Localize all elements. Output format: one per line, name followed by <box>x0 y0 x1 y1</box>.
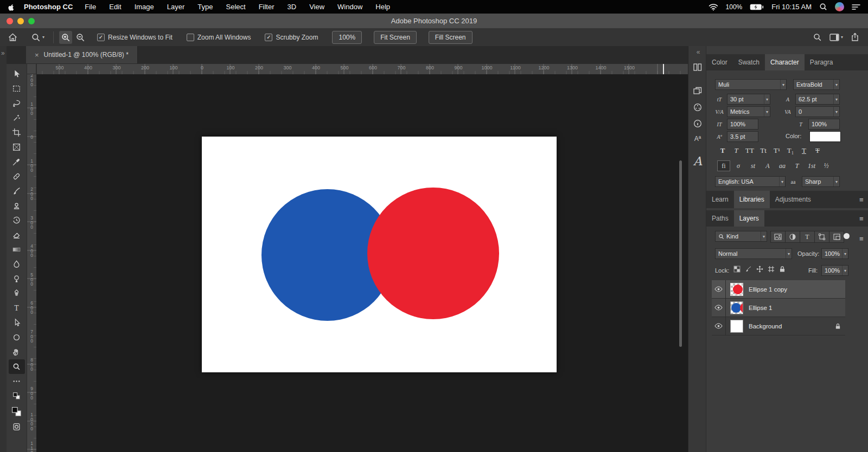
blur-tool[interactable] <box>9 257 25 272</box>
menu-item[interactable]: Image <box>135 3 154 11</box>
font-family-select[interactable]: Muli▾ <box>715 79 787 90</box>
layer-filtering-toggle[interactable] <box>844 233 850 239</box>
discretionary-ligatures-button[interactable]: st <box>746 160 760 171</box>
fit-screen-button[interactable]: Fit Screen <box>374 31 417 44</box>
menu-item[interactable]: Edit <box>109 3 121 11</box>
layer-name[interactable]: Ellipse 1 copy <box>749 286 787 293</box>
filter-smart-objects-icon[interactable] <box>829 231 844 243</box>
layer-name[interactable]: Background <box>749 323 782 330</box>
menu-item[interactable]: File <box>85 3 96 11</box>
opacity-input[interactable]: 100%▾ <box>821 248 848 259</box>
move-tool[interactable] <box>9 67 25 81</box>
default-colors-icon[interactable] <box>9 389 25 403</box>
faux-bold-button[interactable]: T <box>716 145 729 156</box>
layer-name[interactable]: Ellipse 1 <box>749 305 772 311</box>
tracking-select[interactable]: 0▾ <box>795 106 840 117</box>
tab-learn[interactable]: Learn <box>706 191 734 208</box>
filter-pixel-layers-icon[interactable] <box>770 231 786 243</box>
control-center-icon[interactable] <box>852 4 860 10</box>
quick-mask-button[interactable] <box>9 419 25 434</box>
search-icon[interactable] <box>813 33 822 42</box>
tab-color[interactable]: Color <box>706 54 733 70</box>
layer-row-ellipse-1[interactable]: Ellipse 1 <box>712 299 845 317</box>
wifi-icon[interactable] <box>709 3 718 11</box>
tab-layers[interactable]: Layers <box>734 210 764 227</box>
lock-all-icon[interactable] <box>779 266 786 273</box>
expand-toolbar-icon[interactable]: » <box>1 49 4 57</box>
panel-icon-info[interactable] <box>688 119 707 128</box>
filter-adjustment-layers-icon[interactable] <box>786 231 800 243</box>
layer-filter-kind-select[interactable]: Kind▾ <box>715 231 767 242</box>
menu-item[interactable]: View <box>309 3 324 11</box>
history-brush-tool[interactable] <box>9 213 25 228</box>
fill-input[interactable]: 100%▾ <box>821 265 848 276</box>
zoom-in-button[interactable] <box>59 31 72 44</box>
underline-button[interactable]: T <box>797 145 810 156</box>
panel-icon-character-styles[interactable]: Aª <box>688 135 707 143</box>
layers-filter-menu-icon[interactable]: ≡ <box>859 235 864 243</box>
close-tab-icon[interactable]: × <box>35 51 39 59</box>
panel-icon-navigator[interactable] <box>688 86 707 96</box>
object-selection-tool[interactable] <box>9 111 25 125</box>
ordinals-button[interactable]: 1st <box>805 160 818 171</box>
apple-menu-icon[interactable] <box>8 3 15 11</box>
menubar-app-name[interactable]: Photoshop CC <box>24 3 73 11</box>
titling-alternates-button[interactable]: T <box>790 160 803 171</box>
scrubby-zoom-checkbox[interactable]: ✓ Scrubby Zoom <box>265 34 318 41</box>
menubar-clock[interactable]: Fri 10:15 AM <box>771 3 812 11</box>
tab-paths[interactable]: Paths <box>706 210 734 227</box>
strikethrough-button[interactable]: T <box>811 145 824 156</box>
baseline-shift-input[interactable]: 3.5 pt <box>727 131 758 142</box>
zoom-100-button[interactable]: 100% <box>332 31 362 44</box>
lock-image-icon[interactable] <box>745 266 752 273</box>
menu-item[interactable]: Type <box>197 3 213 11</box>
ellipse-shape-tool[interactable] <box>9 330 25 345</box>
canvas-scrollbar[interactable] <box>679 160 682 347</box>
layer-row-ellipse-1-copy[interactable]: Ellipse 1 copy <box>712 280 845 299</box>
superscript-button[interactable]: T¹ <box>770 145 783 156</box>
standard-ligatures-button[interactable]: fi <box>717 160 730 171</box>
vertical-scale-input[interactable]: 100% <box>727 119 758 130</box>
crop-tool[interactable] <box>9 125 25 140</box>
tab-libraries[interactable]: Libraries <box>734 191 770 208</box>
zoom-out-button[interactable] <box>75 33 85 42</box>
layer-thumbnail[interactable] <box>730 283 743 296</box>
small-caps-button[interactable]: Tt <box>757 145 770 156</box>
rectangular-marquee-tool[interactable] <box>9 81 25 96</box>
kerning-select[interactable]: Metrics▾ <box>727 106 770 117</box>
filter-type-layers-icon[interactable]: T <box>800 231 815 243</box>
text-color-swatch[interactable] <box>809 131 841 142</box>
horizontal-scale-input[interactable]: 100% <box>808 119 840 130</box>
type-tool[interactable]: T <box>9 301 25 315</box>
menu-item[interactable]: Window <box>337 3 362 11</box>
ruler-origin-corner[interactable] <box>27 64 36 74</box>
share-icon[interactable] <box>851 33 859 42</box>
layer-thumbnail[interactable] <box>730 320 743 333</box>
libraries-panel-menu-icon[interactable]: ≡ <box>859 196 864 204</box>
siri-icon[interactable] <box>835 2 844 11</box>
anti-alias-select[interactable]: Sharp▾ <box>802 176 840 187</box>
filter-shape-layers-icon[interactable] <box>815 231 829 243</box>
path-selection-tool[interactable] <box>9 315 25 330</box>
zoom-tool-preset[interactable]: ▾ <box>31 33 44 42</box>
document-tab[interactable]: × Untitled-1 @ 100% (RGB/8) * <box>26 46 138 63</box>
lasso-tool[interactable] <box>9 96 25 111</box>
dodge-tool[interactable] <box>9 272 25 286</box>
swash-button[interactable]: A <box>761 160 774 171</box>
workspace-switcher[interactable]: ▾ <box>829 34 843 41</box>
eyedropper-tool[interactable] <box>9 154 25 169</box>
spot-healing-brush-tool[interactable] <box>9 169 25 184</box>
leading-select[interactable]: 62.5 pt▾ <box>795 94 840 105</box>
tab-character[interactable]: Character <box>765 54 805 70</box>
foreground-background-colors[interactable] <box>9 403 25 419</box>
menu-item[interactable]: Filter <box>259 3 275 11</box>
clone-stamp-tool[interactable] <box>9 198 25 213</box>
pen-tool[interactable] <box>9 286 25 301</box>
resize-windows-checkbox[interactable]: ✓ Resize Windows to Fit <box>97 34 173 41</box>
lock-position-icon[interactable] <box>756 266 763 273</box>
panel-icon-color-wheel[interactable] <box>688 102 707 112</box>
all-caps-button[interactable]: TT <box>743 145 756 156</box>
edit-toolbar-button[interactable] <box>9 374 25 389</box>
lock-artboard-icon[interactable] <box>768 266 775 273</box>
menu-item[interactable]: 3D <box>288 3 297 11</box>
